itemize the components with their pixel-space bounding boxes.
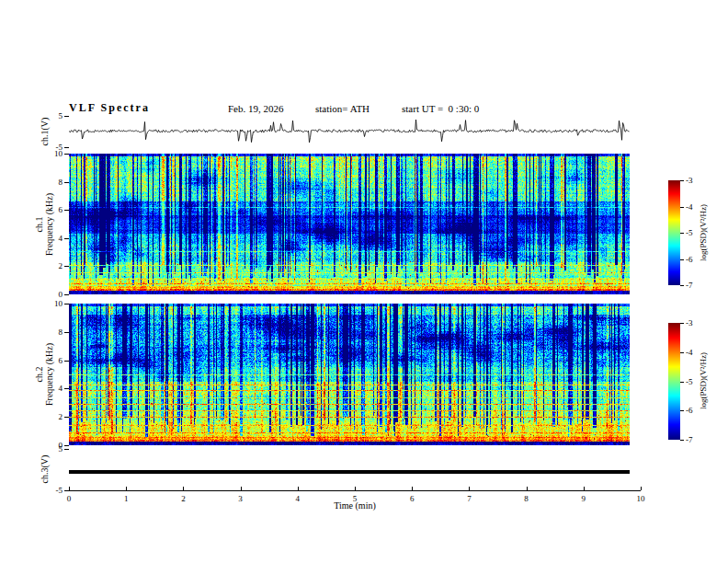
y-tick-label: 2 [35, 412, 63, 421]
colorbar-tick [680, 259, 684, 260]
y-tick-label: 4 [35, 384, 63, 393]
y-tick-label: 4 [35, 234, 63, 243]
y-tick [64, 445, 69, 446]
ch2-spectrogram-ylabel-line2: Frequency (kHz) [44, 343, 54, 406]
y-tick [64, 449, 69, 450]
y-tick-label: 10 [35, 299, 63, 308]
y-tick [64, 266, 69, 267]
colorbar-tick [680, 382, 684, 383]
y-tick-label: 8 [35, 327, 63, 337]
colorbar-ch1 [668, 180, 680, 285]
x-tick [527, 487, 528, 490]
colorbar-tick-label: -3 [686, 176, 693, 185]
y-tick [64, 388, 69, 389]
x-tick [641, 487, 642, 490]
y-tick-label: 0 [35, 290, 63, 299]
colorbar-tick-label: -7 [686, 281, 693, 290]
colorbar-tick-label: -5 [686, 377, 693, 386]
y-tick [64, 116, 69, 117]
x-tick [126, 487, 127, 490]
x-tick [355, 487, 356, 490]
ch2-spectrogram-ylabel: ch.2 Frequency (kHz) [34, 343, 54, 406]
y-tick-label: 5 [35, 111, 63, 121]
ch2-spectrogram [69, 304, 630, 445]
y-tick [64, 147, 69, 148]
header-date: Feb. 19, 2026 [228, 103, 284, 114]
ch1-voltage-ylabel: ch.1(V) [40, 118, 50, 146]
header-start-ut: start UT = 0 :30: 0 [402, 103, 479, 114]
x-tick [469, 487, 470, 490]
colorbar-tick-label: -4 [686, 348, 693, 357]
ch2-spectrogram-ylabel-line1: ch.2 [34, 343, 44, 406]
x-tick-label: 10 [631, 494, 650, 503]
colorbar-tick-label: -6 [686, 255, 693, 264]
y-tick [64, 332, 69, 333]
colorbar-tick [680, 207, 684, 208]
ch3-signal-trace [69, 470, 630, 474]
colorbar-tick [680, 323, 684, 324]
ch1-waveform-plot [69, 116, 630, 147]
y-tick-label: 8 [35, 178, 63, 187]
figure-title: VLF Spectra [69, 101, 150, 115]
colorbar-tick [680, 352, 684, 353]
ch3-voltage-ylabel: ch.3(V) [40, 455, 50, 484]
colorbar-tick-label: -5 [686, 228, 693, 237]
colorbar-tick-label: -4 [686, 202, 693, 212]
header-station: station= ATH [315, 103, 370, 114]
y-tick [64, 294, 69, 295]
y-tick-label: 6 [35, 205, 63, 214]
x-tick [183, 487, 184, 490]
y-tick [64, 490, 69, 491]
x-tick [69, 487, 70, 490]
y-tick [64, 210, 69, 211]
ch1-spectrogram-ylabel: ch.1 Frequency (kHz) [34, 193, 54, 256]
x-tick-label: 5 [346, 494, 364, 503]
colorbar-tick [680, 285, 684, 286]
y-tick-label: -5 [35, 486, 63, 495]
x-tick-label: 1 [117, 494, 135, 503]
colorbar-ch1-label: log(PSD)(V²/Hz) [699, 204, 709, 261]
y-tick [64, 154, 69, 155]
x-tick-label: 3 [232, 494, 250, 503]
colorbar-ch2 [668, 323, 680, 440]
x-tick-label: 4 [289, 494, 307, 503]
colorbar-ch2-label: log(PSD)(V²/Hz) [699, 352, 709, 409]
y-tick [64, 361, 69, 362]
colorbar-tick [680, 440, 684, 441]
ch1-spectrogram [69, 154, 630, 294]
x-tick [298, 487, 299, 490]
ch1-spectrogram-ylabel-line1: ch.1 [34, 193, 44, 256]
time-axis-line [69, 490, 641, 491]
y-tick-label: 6 [35, 356, 63, 365]
x-tick-label: 6 [403, 494, 421, 503]
x-tick [241, 487, 242, 490]
x-tick-label: 9 [574, 494, 593, 503]
y-tick-label: 2 [35, 261, 63, 270]
y-tick [64, 417, 69, 418]
vlf-spectra-figure: VLF Spectra Feb. 19, 2026 station= ATH s… [0, 0, 728, 563]
colorbar-tick-label: -6 [686, 406, 693, 415]
x-tick-label: 2 [174, 494, 192, 503]
y-tick-label: 10 [35, 149, 63, 158]
y-tick [64, 238, 69, 239]
x-tick-label: 7 [460, 494, 478, 503]
colorbar-tick-label: -3 [686, 318, 693, 327]
y-tick [64, 182, 69, 183]
x-tick [412, 487, 413, 490]
colorbar-tick-label: -7 [686, 435, 693, 444]
x-tick-label: 0 [60, 494, 78, 503]
colorbar-tick [680, 233, 684, 234]
x-tick-label: 8 [518, 494, 536, 503]
x-tick [584, 487, 585, 490]
colorbar-tick [680, 180, 684, 181]
colorbar-tick [680, 410, 684, 411]
y-tick-label: 5 [35, 444, 63, 454]
y-tick [64, 304, 69, 304]
ch1-spectrogram-ylabel-line2: Frequency (kHz) [44, 193, 54, 256]
